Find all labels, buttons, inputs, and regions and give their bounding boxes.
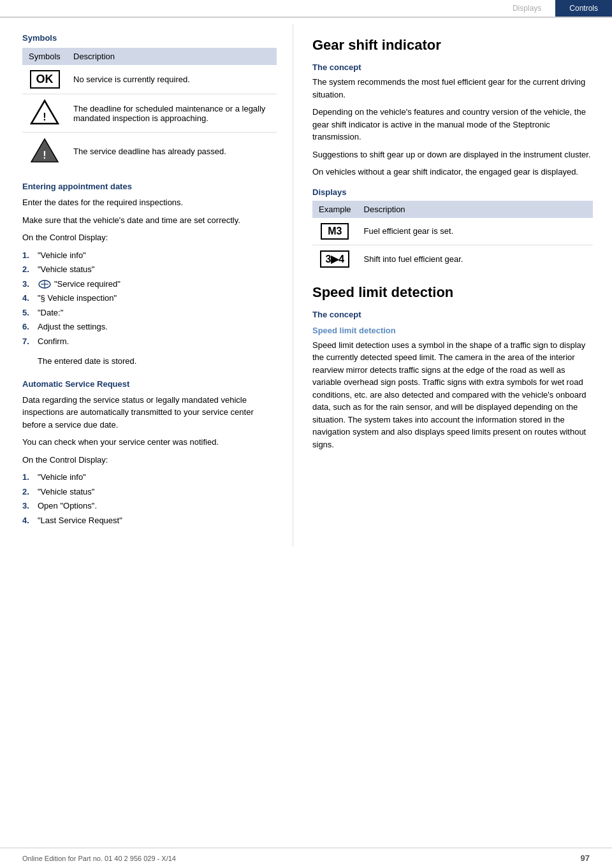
- gear-3to4-description: Shift into fuel efficient gear.: [358, 245, 593, 273]
- gear-concept-para1: The system recommends the most fuel effi…: [312, 76, 593, 101]
- footer: Online Edition for Part no. 01 40 2 956 …: [0, 848, 612, 868]
- gear-concept-para3: Suggestions to shift gear up or down are…: [312, 148, 593, 161]
- entering-appointments-title: Entering appointment dates: [22, 182, 277, 191]
- auto-service-para2: You can check when your service center w…: [22, 436, 277, 449]
- step-num: 2.: [22, 263, 35, 276]
- symbols-col-header: Symbols: [22, 48, 67, 65]
- header-tabs: Displays Controls: [0, 0, 612, 18]
- triangle-filled-description: The service deadline has already passed.: [67, 133, 277, 171]
- symbols-table: Symbols Description OK No service is cur…: [22, 48, 277, 170]
- displays-title: Displays: [312, 187, 593, 197]
- table-row: OK No service is currently required.: [22, 65, 277, 94]
- example-col-header: Example: [312, 201, 358, 218]
- gear-shift-concept-title: The concept: [312, 62, 593, 72]
- gear-shift-title: Gear shift indicator: [312, 37, 593, 54]
- step-num: 2.: [22, 486, 35, 498]
- speed-limit-concept-title: The concept: [312, 310, 593, 319]
- symbol-triangle-filled-cell: !: [22, 133, 67, 171]
- step-num: 1.: [22, 471, 35, 484]
- gear-concept-para4: On vehicles without a gear shift indicat…: [312, 166, 593, 178]
- gear-m3-description: Fuel efficient gear is set.: [358, 218, 593, 245]
- step-num: 4.: [22, 514, 35, 527]
- table-row: ! The deadline for scheduled maintenance…: [22, 94, 277, 133]
- list-item: 3. "Service required": [22, 278, 277, 291]
- step-text: "Vehicle status": [38, 263, 94, 276]
- step-text: Adjust the settings.: [38, 321, 108, 333]
- triangle-outline-description: The deadline for scheduled maintenance o…: [67, 94, 277, 133]
- symbols-section-title: Symbols: [22, 33, 277, 43]
- table-row: ! The service deadline has already passe…: [22, 133, 277, 171]
- auto-service-steps-list: 1. "Vehicle info" 2. "Vehicle status" 3.…: [22, 471, 277, 526]
- entering-steps-list: 1. "Vehicle info" 2. "Vehicle status" 3.…: [22, 249, 277, 348]
- gear-shift-icon: 3▶4: [320, 250, 349, 268]
- tab-displays[interactable]: Displays: [499, 0, 555, 17]
- speed-limit-sub-title: Speed limit detection: [312, 326, 593, 335]
- step-text: "Date:": [38, 307, 63, 319]
- step-text: "§ Vehicle inspection": [38, 292, 117, 305]
- table-row: 3▶4 Shift into fuel efficient gear.: [312, 245, 593, 273]
- ok-icon: OK: [30, 70, 60, 89]
- triangle-filled-icon: !: [30, 138, 59, 163]
- symbol-triangle-outline-cell: !: [22, 94, 67, 133]
- list-item: 3. Open "Options".: [22, 500, 277, 512]
- step-text: "Last Service Request": [38, 514, 122, 527]
- footer-text: Online Edition for Part no. 01 40 2 956 …: [22, 855, 176, 862]
- service-icon: [38, 279, 52, 289]
- step-num: 6.: [22, 321, 35, 333]
- m3-icon: M3: [321, 223, 349, 240]
- step-num: 3.: [22, 278, 35, 291]
- step-text: "Service required": [54, 278, 120, 291]
- indent-text: The entered date is stored.: [22, 355, 277, 368]
- list-item: 7. Confirm.: [22, 335, 277, 348]
- description-col-header: Description: [67, 48, 277, 65]
- entering-appointments-para2: Make sure that the vehicle's date and ti…: [22, 214, 277, 227]
- list-item: 2. "Vehicle status": [22, 486, 277, 498]
- step-text: "Vehicle status": [38, 486, 94, 498]
- table-row: M3 Fuel efficient gear is set.: [312, 218, 593, 245]
- triangle-outline-icon: !: [30, 99, 59, 125]
- auto-service-para1: Data regarding the service status or leg…: [22, 394, 277, 431]
- left-column: Symbols Symbols Description OK No servic…: [0, 24, 293, 547]
- speed-limit-title: Speed limit detection: [312, 284, 593, 301]
- list-item: 1. "Vehicle info": [22, 249, 277, 262]
- entering-appointments-para1: Enter the dates for the required inspect…: [22, 196, 277, 209]
- list-item: 2. "Vehicle status": [22, 263, 277, 276]
- gear-3to4-cell: 3▶4: [312, 245, 358, 273]
- step-text: Confirm.: [38, 335, 69, 348]
- list-item: 4. "§ Vehicle inspection": [22, 292, 277, 305]
- speed-limit-body: Speed limit detection uses a symbol in t…: [312, 339, 593, 451]
- list-item: 4. "Last Service Request": [22, 514, 277, 527]
- gear-m3-cell: M3: [312, 218, 358, 245]
- ok-description: No service is currently required.: [67, 65, 277, 94]
- right-column: Gear shift indicator The concept The sys…: [293, 24, 612, 547]
- symbol-ok-cell: OK: [22, 65, 67, 94]
- step-num: 3.: [22, 500, 35, 512]
- description-col-header: Description: [358, 201, 593, 218]
- step-num: 4.: [22, 292, 35, 305]
- list-item: 5. "Date:": [22, 307, 277, 319]
- gear-concept-para2: Depending on the vehicle's features and …: [312, 106, 593, 143]
- step-num: 5.: [22, 307, 35, 319]
- step-text: Open "Options".: [38, 500, 97, 512]
- step-icon: [38, 278, 52, 291]
- svg-text:!: !: [43, 150, 46, 161]
- step-text: "Vehicle info": [38, 249, 86, 262]
- displays-table: Example Description M3 Fuel efficient ge…: [312, 201, 593, 273]
- list-item: 6. Adjust the settings.: [22, 321, 277, 333]
- tab-controls[interactable]: Controls: [555, 0, 612, 17]
- step-num: 7.: [22, 335, 35, 348]
- step-text: "Vehicle info": [38, 471, 86, 484]
- entering-appointments-para3: On the Control Display:: [22, 231, 277, 244]
- step-num: 1.: [22, 249, 35, 262]
- auto-service-title: Automatic Service Request: [22, 379, 277, 389]
- svg-text:!: !: [43, 112, 46, 122]
- page-number: 97: [581, 853, 590, 863]
- list-item: 1. "Vehicle info": [22, 471, 277, 484]
- auto-service-para3: On the Control Display:: [22, 454, 277, 467]
- main-content: Symbols Symbols Description OK No servic…: [0, 18, 612, 547]
